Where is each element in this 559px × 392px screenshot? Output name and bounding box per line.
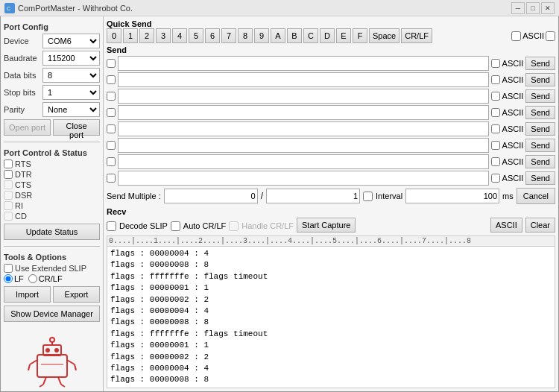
cts-checkbox[interactable] [4, 180, 13, 189]
rts-checkbox[interactable] [4, 159, 13, 168]
lf-radio[interactable] [4, 274, 13, 283]
qs-btn-9[interactable]: 9 [254, 28, 269, 43]
auto-crlf-checkbox[interactable] [171, 221, 180, 231]
send-multiple-value[interactable] [164, 189, 258, 203]
databits-label: Data bits [4, 71, 42, 80]
qs-btn-6[interactable]: 6 [205, 28, 220, 43]
qs-btn-c[interactable]: C [303, 28, 318, 43]
qs-btn-1[interactable]: 1 [123, 28, 138, 43]
send-btn-6[interactable]: Send [525, 139, 555, 152]
qs-btn-f[interactable]: F [353, 28, 367, 43]
qs-btn-a[interactable]: A [271, 28, 285, 43]
open-port-button[interactable]: Open port [4, 119, 51, 136]
send-input-3[interactable] [118, 89, 489, 104]
send-check-7[interactable] [107, 157, 116, 166]
send-btn-4[interactable]: Send [525, 106, 555, 119]
qs-btn-space[interactable]: Space [369, 28, 399, 43]
maximize-button[interactable]: □ [526, 2, 540, 14]
qs-btn-crlf[interactable]: CR/LF [401, 28, 432, 43]
qs-btn-0[interactable]: 0 [107, 28, 121, 43]
device-select[interactable]: COM6 [42, 34, 100, 48]
cancel-button[interactable]: Cancel [517, 188, 555, 204]
baudrate-select[interactable]: 115200 [42, 51, 100, 66]
send-btn-5[interactable]: Send [525, 122, 555, 136]
recv-clear-button[interactable]: Clear [525, 218, 555, 233]
send-ascii-check-3[interactable] [491, 92, 500, 101]
update-status-button[interactable]: Update Status [4, 224, 100, 240]
close-port-button[interactable]: Close port [53, 119, 100, 136]
send-ascii-check-5[interactable] [491, 124, 500, 133]
dsr-checkbox[interactable] [4, 191, 13, 200]
cd-checkbox[interactable] [4, 212, 13, 221]
qs-btn-5[interactable]: 5 [189, 28, 203, 43]
extended-slip-checkbox[interactable] [4, 264, 13, 273]
parity-select[interactable]: None [42, 102, 100, 117]
qs-ascii-checkbox2[interactable] [546, 31, 555, 41]
qs-btn-2[interactable]: 2 [139, 28, 154, 43]
qs-btn-3[interactable]: 3 [156, 28, 171, 43]
extended-slip-row: Use Extended SLIP [4, 264, 100, 273]
svg-point-5 [50, 338, 54, 342]
port-btn-row: Open port Close port [4, 119, 100, 136]
send-check-3[interactable] [107, 92, 116, 101]
svg-line-17 [61, 385, 65, 387]
stopbits-select[interactable]: 1 [42, 85, 100, 100]
interval-value[interactable] [405, 189, 499, 203]
send-input-5[interactable] [118, 121, 489, 136]
minimize-button[interactable]: ─ [511, 2, 525, 14]
qs-btn-4[interactable]: 4 [172, 28, 187, 43]
qs-btn-7[interactable]: 7 [221, 28, 236, 43]
crlf-radio[interactable] [28, 274, 37, 283]
send-check-2[interactable] [107, 75, 116, 84]
send-input-7[interactable] [118, 154, 489, 169]
qs-ascii-checkbox[interactable] [511, 31, 521, 41]
recv-output[interactable]: flags : 00000004 : 4flags : 00000008 : 8… [107, 246, 555, 388]
send-ascii-check-8[interactable] [491, 174, 500, 183]
send-ascii-check-2[interactable] [491, 75, 500, 84]
svg-line-14 [43, 377, 46, 385]
send-input-2[interactable] [118, 72, 489, 87]
send-input-4[interactable] [118, 105, 489, 120]
send-ascii-check-4[interactable] [491, 108, 500, 117]
window-title: ComPortMaster - Withrobot Co. [18, 4, 133, 13]
qs-btn-d[interactable]: D [320, 28, 335, 43]
qs-btn-e[interactable]: E [336, 28, 351, 43]
databits-select[interactable]: 8 [42, 68, 100, 83]
send-input-6[interactable] [118, 138, 489, 153]
dsr-row: DSR [4, 191, 100, 200]
send-btn-2[interactable]: Send [525, 73, 555, 86]
qs-btn-8[interactable]: 8 [238, 28, 253, 43]
recv-ascii-button[interactable]: ASCII [490, 218, 522, 233]
send-ascii-check-1[interactable] [491, 59, 500, 68]
send-btn-1[interactable]: Send [525, 57, 555, 70]
send-btn-3[interactable]: Send [525, 89, 555, 103]
send-check-4[interactable] [107, 108, 116, 117]
ri-checkbox[interactable] [4, 201, 13, 210]
close-button[interactable]: ✕ [541, 2, 555, 14]
baudrate-label: Baudrate [4, 54, 42, 63]
export-button[interactable]: Export [53, 286, 100, 303]
send-btn-8[interactable]: Send [525, 171, 555, 185]
send-check-5[interactable] [107, 124, 116, 133]
send-ascii-check-6[interactable] [491, 141, 500, 150]
send-input-8[interactable] [118, 171, 489, 186]
send-ascii-check-7[interactable] [491, 157, 500, 166]
decode-slip-checkbox[interactable] [107, 221, 116, 231]
send-check-6[interactable] [107, 141, 116, 150]
send-multiple-checkbox[interactable] [363, 192, 373, 201]
send-input-1[interactable] [118, 56, 489, 71]
send-check-1[interactable] [107, 59, 116, 68]
dtr-label: DTR [15, 170, 32, 179]
qs-btn-b[interactable]: B [287, 28, 302, 43]
dtr-checkbox[interactable] [4, 170, 13, 179]
handle-crlf-checkbox[interactable] [229, 221, 239, 231]
svg-line-13 [75, 364, 76, 370]
line-ending-group: LF CR/LF [4, 274, 100, 283]
show-device-manager-button[interactable]: Show Device Manager [4, 306, 100, 322]
quick-send-buttons: 0 1 2 3 4 5 6 7 8 9 A B C D E F Space CR… [107, 28, 555, 43]
send-check-8[interactable] [107, 174, 116, 183]
send-btn-7[interactable]: Send [525, 155, 555, 168]
import-button[interactable]: Import [4, 286, 51, 303]
send-multiple-divisor[interactable] [266, 189, 360, 203]
start-capture-button[interactable]: Start Capture [297, 218, 356, 233]
